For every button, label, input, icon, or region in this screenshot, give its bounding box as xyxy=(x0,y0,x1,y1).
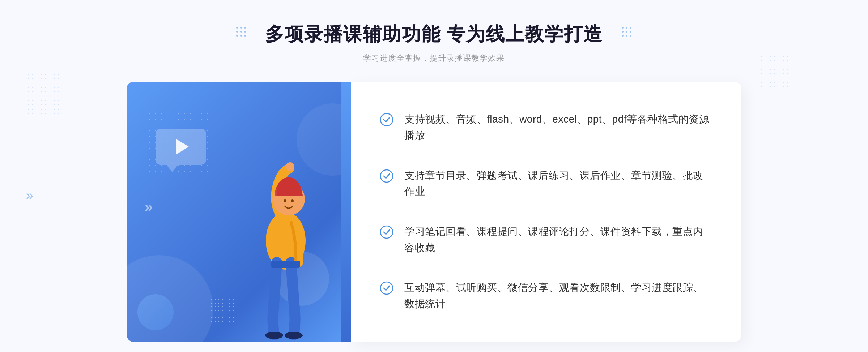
feature-text-2: 支持章节目录、弹题考试、课后练习、课后作业、章节测验、批改作业 xyxy=(404,168,712,200)
page-container: 多项录播课辅助功能 专为线上教学打造 学习进度全掌握，提升录播课教学效果 xyxy=(0,0,868,352)
header-dots-right xyxy=(622,27,632,37)
dots-decoration-right xyxy=(760,54,796,90)
feature-item-1: 支持视频、音频、flash、word、excel、ppt、pdf等各种格式的资源… xyxy=(380,104,712,151)
feature-text-3: 学习笔记回看、课程提问、课程评论打分、课件资料下载，重点内容收藏 xyxy=(404,224,712,256)
chevron-decoration: » xyxy=(145,199,153,215)
person-figure xyxy=(235,132,336,342)
play-button-bubble xyxy=(156,129,206,165)
dots-decoration-left xyxy=(22,72,65,116)
check-icon-4 xyxy=(380,281,393,295)
feature-item-3: 学习笔记回看、课程提问、课程评论打分、课件资料下载，重点内容收藏 xyxy=(380,216,712,264)
play-icon xyxy=(176,139,189,155)
svg-point-1 xyxy=(265,332,283,339)
feature-item-4: 互动弹幕、试听购买、微信分享、观看次数限制、学习进度跟踪、数据统计 xyxy=(380,272,712,319)
dots-bottom-left xyxy=(210,294,239,323)
bubble-tail xyxy=(166,165,178,172)
svg-point-6 xyxy=(286,162,294,171)
features-panel: 支持视频、音频、flash、word、excel、ppt、pdf等各种格式的资源… xyxy=(351,82,741,342)
chevron-left-decoration: » xyxy=(26,188,33,203)
illustration-circle-1 xyxy=(127,255,213,342)
page-subtitle: 学习进度全掌握，提升录播课教学效果 xyxy=(265,53,603,64)
svg-point-4 xyxy=(284,199,286,202)
svg-rect-7 xyxy=(271,261,300,268)
deco-circle-blue xyxy=(137,294,174,330)
svg-point-10 xyxy=(380,226,393,238)
svg-point-11 xyxy=(380,282,393,294)
feature-text-1: 支持视频、音频、flash、word、excel、ppt、pdf等各种格式的资源… xyxy=(404,111,712,144)
header-dots-left xyxy=(236,27,246,37)
feature-text-4: 互动弹幕、试听购买、微信分享、观看次数限制、学习进度跟踪、数据统计 xyxy=(404,280,712,312)
check-icon-2 xyxy=(380,169,393,183)
check-icon-1 xyxy=(380,113,393,126)
svg-point-2 xyxy=(285,332,303,339)
header-section: 多项录播课辅助功能 专为线上教学打造 学习进度全掌握，提升录播课教学效果 xyxy=(265,0,603,64)
page-title: 多项录播课辅助功能 专为线上教学打造 xyxy=(265,22,603,47)
svg-point-8 xyxy=(380,113,393,126)
blue-strip xyxy=(341,82,351,342)
play-bubble xyxy=(156,129,213,176)
svg-point-9 xyxy=(380,170,393,182)
svg-point-5 xyxy=(291,199,294,202)
feature-item-2: 支持章节目录、弹题考试、课后练习、课后作业、章节测验、批改作业 xyxy=(380,160,712,208)
check-icon-3 xyxy=(380,225,393,239)
